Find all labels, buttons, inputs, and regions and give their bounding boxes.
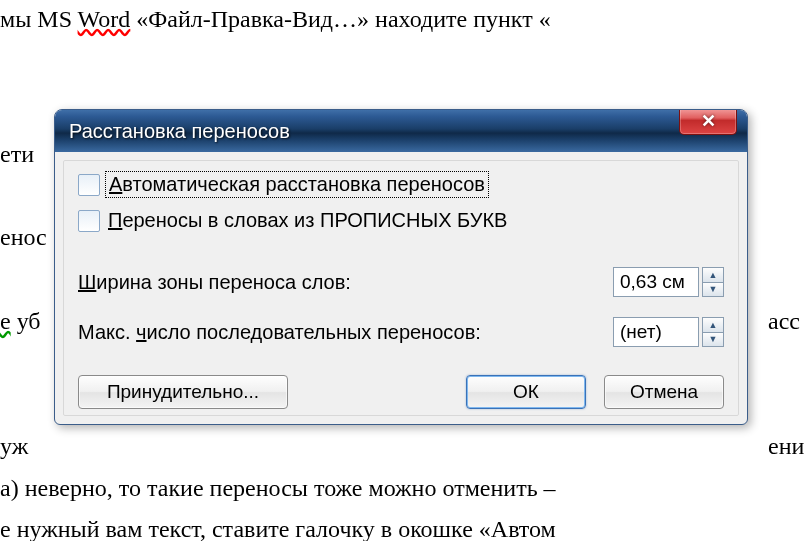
dialog-title: Расстановка переносов: [69, 120, 290, 143]
max-consecutive-spinner: (нет) ▲ ▼: [613, 317, 724, 347]
spin-down-button[interactable]: ▼: [702, 333, 724, 348]
doc-line: е нужный вам текст, ставите галочку в ок…: [0, 516, 556, 541]
doc-line: ети: [0, 141, 34, 168]
hyphenation-zone-input[interactable]: 0,63 см: [613, 267, 699, 297]
doc-line: е уб: [0, 308, 41, 335]
doc-line: асс: [768, 308, 800, 335]
auto-hyphenation-row: Автоматическая расстановка переносов: [78, 171, 489, 198]
caps-hyphenation-row: Переносы в словах из ПРОПИСНЫХ БУКВ: [78, 209, 507, 232]
doc-line: уж: [0, 433, 28, 460]
spin-up-button[interactable]: ▲: [702, 267, 724, 283]
button-row: Принудительно... ОК Отмена: [78, 375, 724, 409]
spin-up-button[interactable]: ▲: [702, 317, 724, 333]
doc-line: а) неверно, то такие переносы тоже можно…: [0, 475, 556, 502]
hyphenation-zone-spinner: 0,63 см ▲ ▼: [613, 267, 724, 297]
doc-line: ени: [768, 433, 804, 460]
hyphenation-zone-label: Ширина зоны переноса слов:: [78, 271, 351, 294]
titlebar[interactable]: Расстановка переносов ✕: [55, 110, 747, 152]
max-consecutive-label: Макс. число последовательных переносов:: [78, 321, 481, 344]
cancel-button[interactable]: Отмена: [604, 375, 724, 409]
manual-button[interactable]: Принудительно...: [78, 375, 288, 409]
close-button[interactable]: ✕: [679, 109, 737, 135]
max-consecutive-input[interactable]: (нет): [613, 317, 699, 347]
caps-hyphenation-checkbox[interactable]: [78, 210, 100, 232]
ok-button[interactable]: ОК: [466, 375, 586, 409]
doc-line: енос: [0, 224, 47, 251]
caps-hyphenation-label: Переносы в словах из ПРОПИСНЫХ БУКВ: [108, 209, 507, 232]
close-icon: ✕: [701, 110, 716, 132]
hyphenation-zone-row: Ширина зоны переноса слов: 0,63 см ▲ ▼: [78, 267, 724, 297]
auto-hyphenation-checkbox[interactable]: [78, 174, 100, 196]
doc-line: мы MS Word «Файл-Правка-Вид…» находите п…: [0, 6, 551, 33]
hyphenation-dialog: Расстановка переносов ✕ Автоматическая р…: [54, 109, 748, 425]
max-consecutive-row: Макс. число последовательных переносов: …: [78, 317, 724, 347]
spin-down-button[interactable]: ▼: [702, 283, 724, 298]
auto-hyphenation-label: Автоматическая расстановка переносов: [105, 171, 489, 198]
dialog-body: Автоматическая расстановка переносов Пер…: [63, 160, 739, 416]
